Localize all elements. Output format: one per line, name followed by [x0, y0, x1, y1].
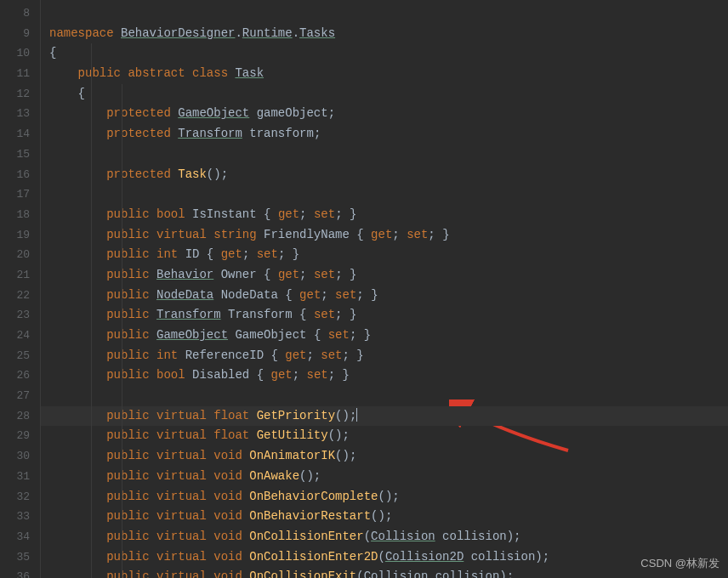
watermark-text: CSDN @林新发 [640, 556, 719, 571]
code-line[interactable]: { [41, 43, 728, 64]
code-token: } [356, 348, 363, 362]
code-line[interactable]: public GameObject GameObject { set; } [41, 326, 728, 346]
code-token: Owner [213, 268, 264, 281]
code-token: Runtime [242, 26, 293, 40]
code-line[interactable] [41, 386, 728, 406]
code-token: gameObject [249, 106, 327, 120]
code-token: Disabled [192, 368, 257, 382]
code-token: Transform [221, 308, 299, 321]
code-token: Collision [371, 530, 435, 543]
code-line[interactable]: namespace BehaviorDesigner.Runtime.Tasks [41, 24, 728, 44]
code-token [49, 570, 106, 578]
code-line[interactable]: public virtual void OnAwake(); [41, 467, 728, 487]
line-number: 16 [0, 165, 40, 185]
line-number: 27 [0, 386, 40, 406]
code-token [49, 328, 106, 342]
code-token: ; [350, 328, 364, 342]
code-token: public virtual void [106, 530, 249, 543]
code-line[interactable]: public virtual float GetUtility(); [41, 426, 728, 446]
code-line[interactable]: public bool IsInstant { get; set; } [41, 205, 728, 225]
code-token: (); [378, 490, 399, 503]
code-token: GetUtility [257, 428, 328, 442]
code-line[interactable]: public bool Disabled { get; set; } [41, 366, 728, 386]
code-token: Task [178, 167, 207, 181]
code-line[interactable]: public virtual void OnCollisionEnter(Col… [41, 527, 728, 547]
code-area[interactable]: namespace BehaviorDesigner.Runtime.Tasks… [41, 0, 728, 578]
code-token: ; [428, 228, 442, 241]
code-token: Task [235, 66, 264, 80]
code-line[interactable]: public Behavior Owner { get; set; } [41, 265, 728, 286]
code-line[interactable]: public virtual void OnBehaviorComplete()… [41, 487, 728, 507]
code-editor[interactable]: 8910111213141516171819202122232425262728… [0, 0, 728, 578]
code-token: public virtual void [106, 550, 249, 564]
code-line[interactable]: public abstract class Task [41, 64, 728, 84]
code-token: { [78, 87, 85, 100]
code-line[interactable]: public virtual void OnCollisionEnter2D(C… [41, 547, 728, 568]
code-line[interactable]: public NodeData NodeData { get; set; } [41, 286, 728, 306]
line-number: 21 [0, 265, 40, 286]
code-line[interactable]: public int ReferenceID { get; set; } [41, 346, 728, 366]
code-token: public bool [106, 368, 192, 382]
code-line[interactable]: protected Task(); [41, 165, 728, 185]
line-number: 29 [0, 426, 40, 446]
code-token: { [207, 247, 221, 261]
code-token: } [293, 247, 299, 261]
code-token: } [364, 328, 371, 342]
code-token: ); [499, 570, 514, 578]
code-line[interactable]: protected GameObject gameObject; [41, 104, 728, 124]
code-token [49, 550, 106, 564]
code-token: namespace [49, 26, 121, 40]
code-line[interactable]: public virtual void OnCollisionExit(Coll… [41, 567, 728, 578]
code-token [49, 409, 106, 422]
code-line[interactable]: public virtual string FriendlyName { get… [41, 225, 728, 246]
code-line[interactable]: protected Transform transform; [41, 124, 728, 144]
code-line[interactable] [41, 184, 728, 205]
code-token: public [106, 288, 156, 302]
code-line[interactable]: { [41, 84, 728, 105]
code-token: OnAnimatorIK [249, 449, 335, 462]
code-token [49, 449, 106, 462]
code-line[interactable]: public virtual void OnAnimatorIK(); [41, 446, 728, 467]
code-token: public int [106, 348, 185, 362]
code-token: ReferenceID [185, 348, 271, 362]
code-token: set [321, 348, 342, 362]
code-line[interactable]: public virtual void OnBehaviorRestart(); [41, 507, 728, 527]
code-line[interactable]: public virtual float GetPriority(); [41, 406, 728, 427]
code-token: GameObject [228, 328, 314, 342]
line-number: 9 [0, 24, 40, 44]
code-token: public int [106, 247, 185, 261]
code-token: . [293, 26, 299, 40]
code-token: (); [335, 449, 356, 462]
code-line[interactable] [41, 144, 728, 165]
code-token: Transform [178, 127, 242, 140]
code-token: public abstract class [78, 66, 236, 80]
code-token: } [442, 228, 449, 241]
line-number: 15 [0, 144, 40, 165]
code-token: GetPriority [257, 409, 335, 422]
code-token: ; [328, 368, 343, 382]
code-token: Transform [156, 308, 221, 321]
code-line[interactable]: public int ID { get; set; } [41, 245, 728, 265]
code-token: set [314, 207, 335, 221]
line-number: 20 [0, 245, 40, 265]
code-token: ; [335, 207, 350, 221]
code-token [49, 167, 106, 181]
code-token: public virtual void [106, 469, 249, 483]
code-line[interactable]: public Transform Transform { set; } [41, 305, 728, 326]
code-token: public [106, 268, 156, 281]
code-token: } [350, 268, 356, 281]
line-number: 8 [0, 3, 40, 24]
code-token: public bool [106, 207, 192, 221]
code-token: NodeData [156, 288, 213, 302]
code-token: GameObject [178, 106, 249, 120]
line-number: 34 [0, 527, 40, 547]
code-token: ; [293, 368, 307, 382]
code-line[interactable] [41, 3, 728, 24]
code-token: GameObject [156, 328, 228, 342]
code-token: { [264, 207, 278, 221]
code-token [49, 308, 106, 321]
code-token: FriendlyName [264, 228, 356, 241]
code-token: set [407, 228, 428, 241]
line-number: 23 [0, 305, 40, 326]
line-number: 35 [0, 547, 40, 568]
